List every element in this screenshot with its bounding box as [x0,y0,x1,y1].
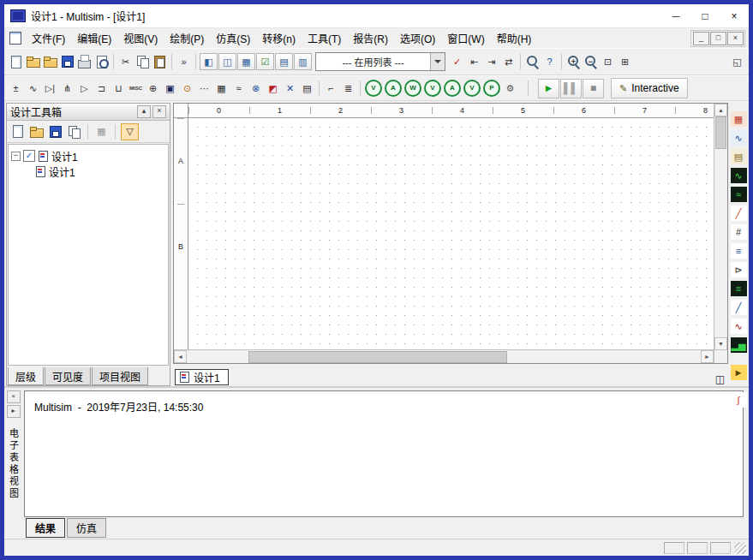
collapse-icon[interactable]: − [11,152,21,161]
toggle-description-box-icon[interactable]: ▤ [275,53,293,70]
spreadsheet-tab-0[interactable]: 结果 [26,518,65,538]
place-advanced-peripherals-icon[interactable]: ▦ [213,80,230,96]
pin-icon[interactable]: ▴ [137,105,151,118]
zoom-area-icon[interactable]: ⊡ [600,54,616,69]
function-generator-icon[interactable]: ∿ [731,130,747,146]
new-icon[interactable] [8,54,24,69]
place-misc-digital-icon[interactable]: MISC [128,80,144,96]
paste-icon[interactable] [152,54,168,69]
filter-icon[interactable]: ▽ [121,123,139,140]
vertical-scroll-track[interactable] [714,116,727,337]
place-cmos-icon[interactable]: ⊔ [111,80,127,96]
four-channel-oscilloscope-icon[interactable]: ≈ [731,187,747,202]
place-ni-component-icon[interactable]: ◩ [265,80,281,96]
oscilloscope-icon[interactable]: ∿ [731,168,747,183]
menu-item-9[interactable]: 窗口(W) [441,29,490,47]
current-probe-icon[interactable]: A [385,80,402,97]
toggle-in-use-list-icon[interactable]: ☑ [256,53,274,70]
forward-annotate-icon[interactable]: ⇥ [483,54,499,69]
zoom-fit-icon[interactable]: ⊞ [617,54,633,69]
transfer-ultiboard-icon[interactable]: ⇄ [500,54,517,69]
horizontal-scroll-thumb[interactable] [248,351,507,363]
vertical-scroll-thumb[interactable] [715,116,726,149]
menu-item-6[interactable]: 工具(T) [302,29,347,47]
toolbox-tab-0[interactable]: 层级 [8,367,44,385]
visibility-checkbox[interactable]: ✓ [23,150,35,162]
zoom-in-icon[interactable]: + [565,54,582,69]
place-mcu-icon[interactable]: ▤ [299,80,315,96]
place-source-icon[interactable]: ± [8,80,24,96]
toggle-design-toolbox-icon[interactable]: ◧ [200,53,218,70]
find-icon[interactable] [524,54,541,69]
save-icon[interactable] [47,124,63,140]
minimize-button[interactable]: ─ [661,4,690,27]
spreadsheet-tab-1[interactable]: 仿真 [67,518,106,538]
scroll-left-icon[interactable]: ◄ [174,350,187,363]
place-bus-icon[interactable]: ≣ [340,80,356,96]
windows-icon[interactable]: ◫ [715,373,725,385]
expand-spreadsheet-icon[interactable]: ▸ [7,405,21,418]
toggle-graph-icon[interactable]: ▥ [294,53,312,70]
bode-plotter-icon[interactable]: ╱ [731,206,747,221]
design-tree[interactable]: − ✓ 设计1 设计1 [8,144,169,366]
place-rf-icon[interactable]: ≈ [230,80,247,96]
print-preview-icon[interactable] [93,54,110,69]
open-icon[interactable] [28,124,45,140]
place-transistor-icon[interactable]: ⋔ [59,80,75,96]
tree-child-label[interactable]: 设计1 [49,164,75,179]
toolbox-tab-2[interactable]: 项目视图 [92,367,148,385]
differential-voltage-probe-icon[interactable]: V [424,80,441,97]
mdi-restore-button[interactable]: □ [710,32,726,45]
distortion-analyzer-icon[interactable]: ∿ [731,319,747,334]
menu-item-1[interactable]: 编辑(E) [71,29,117,47]
close-button[interactable]: × [720,4,749,27]
scroll-up-icon[interactable]: ▲ [714,104,727,116]
vertical-scrollbar[interactable]: ▲ ▼ [714,104,727,363]
probe-settings-icon[interactable]: ⚙ [502,80,518,96]
mdi-close-button[interactable]: × [727,32,744,45]
interactive-mode-button[interactable]: ✎ Interactive [611,78,688,98]
place-electromech-icon[interactable]: ⊗ [248,80,264,96]
tree-root-label[interactable]: 设计1 [51,149,78,164]
place-power-icon[interactable]: ⊙ [179,80,195,96]
back-annotate-icon[interactable]: ⇤ [466,54,482,69]
place-hierarchical-block-icon[interactable]: ⌐ [323,80,339,96]
menu-item-2[interactable]: 视图(V) [117,29,164,47]
open-sample-icon[interactable] [42,54,58,69]
print-icon[interactable] [76,54,93,69]
iv-analyzer-icon[interactable]: ╱ [731,300,747,315]
design-toolbox-header[interactable]: 设计工具箱 ▴ × [7,104,170,121]
menu-item-10[interactable]: 帮助(H) [491,29,538,47]
labview-instrument-icon[interactable]: ► [731,365,747,380]
sheet-tab-design1[interactable]: 设计1 [175,369,229,385]
erc-check-icon[interactable]: ✓ [449,54,465,69]
tree-root-row[interactable]: − ✓ 设计1 [11,148,165,164]
resize-grip[interactable] [734,542,746,554]
horizontal-scrollbar[interactable]: ◄ ► [174,349,714,363]
fullscreen-icon[interactable]: ◱ [729,54,745,69]
place-mixed-icon[interactable]: ⊕ [145,80,161,96]
pause-simulation-button[interactable]: ▌▌ [560,79,582,98]
place-basic-icon[interactable]: ∿ [25,80,41,96]
power-probe-icon[interactable]: W [404,80,421,97]
place-misc-icon[interactable]: ⋯ [196,80,212,96]
maximize-button[interactable]: □ [690,4,720,27]
logic-converter-icon[interactable]: ⊳ [731,262,747,277]
cut-icon[interactable]: ✂ [117,54,134,69]
in-use-list-dropdown[interactable]: --- 在用列表 --- [315,52,445,71]
dropdown-arrow-icon[interactable] [430,53,445,70]
voltage-probe-icon[interactable]: V [365,80,382,97]
toolbox-tab-1[interactable]: 可见度 [45,367,91,385]
word-generator-icon[interactable]: ≡ [731,243,747,259]
open-icon[interactable] [25,54,41,69]
scroll-right-icon[interactable]: ► [701,350,714,363]
frequency-counter-icon[interactable]: # [731,224,747,240]
menu-item-0[interactable]: 文件(F) [26,29,71,47]
overflow-chevron-icon[interactable]: » [176,54,192,69]
horizontal-scroll-track[interactable] [187,350,701,363]
place-connector-icon[interactable]: ✕ [282,80,298,96]
rename-icon[interactable]: ▦ [93,124,110,140]
wattmeter-icon[interactable]: ▤ [731,149,747,164]
place-indicator-icon[interactable]: ▣ [162,80,178,96]
ac-voltage-probe-icon[interactable]: V [463,80,481,97]
